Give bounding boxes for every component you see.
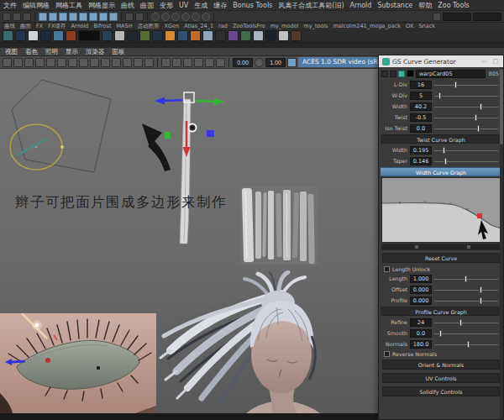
- shelf-tab-ok[interactable]: OK: [406, 23, 413, 29]
- snap-to-point-icon[interactable]: [59, 13, 67, 21]
- snap-to-view-plane-icon[interactable]: [79, 13, 87, 21]
- visibility-button[interactable]: [390, 71, 396, 77]
- 2d-pan-zoom-icon[interactable]: [57, 58, 66, 67]
- shelf-icon[interactable]: [66, 30, 76, 41]
- length-slider[interactable]: [434, 275, 500, 283]
- safe-action-icon[interactable]: [134, 58, 143, 67]
- panel-menu-view[interactable]: 视图: [5, 48, 18, 56]
- isotwist-value[interactable]: 0.0: [410, 124, 432, 133]
- refine-slider[interactable]: [434, 318, 500, 327]
- shaded-icon[interactable]: [172, 58, 181, 67]
- render-icon[interactable]: [151, 13, 160, 21]
- ldiv-value[interactable]: 16: [410, 81, 432, 89]
- menu-plugin-toolbox[interactable]: 风离子合成工具箱(旧): [278, 1, 344, 10]
- twist-value[interactable]: -0.5: [410, 113, 432, 122]
- shelf-tab-rad[interactable]: rad: [218, 23, 228, 29]
- grease-pencil-icon[interactable]: [68, 58, 77, 67]
- field-chart-icon[interactable]: [123, 58, 132, 67]
- shelf-tab-my-model[interactable]: my_model: [270, 23, 299, 29]
- resolution-gate-icon[interactable]: [101, 58, 110, 67]
- shelf-icon[interactable]: [202, 30, 213, 41]
- panel-menu-panels[interactable]: 面板: [113, 48, 125, 56]
- snap-to-projected-center-icon[interactable]: [69, 13, 77, 21]
- gs-window-titlebar[interactable]: GS Curve Generator — □: [379, 55, 503, 67]
- select-camera-icon[interactable]: [3, 58, 12, 67]
- safe-title-icon[interactable]: [144, 58, 154, 67]
- ipr-render-icon[interactable]: [161, 13, 170, 21]
- uv-controls-button[interactable]: UV Controls: [382, 373, 500, 383]
- construction-history-icon[interactable]: [135, 13, 144, 21]
- width2-slider[interactable]: [434, 146, 500, 155]
- make-live-icon[interactable]: [89, 13, 97, 21]
- shelf-tab-fx[interactable]: FX: [36, 23, 43, 29]
- width-curve-graph[interactable]: [381, 177, 501, 243]
- solidify-controls-button[interactable]: Solidify Controls: [382, 386, 500, 396]
- menu-bonus-tools[interactable]: Bonus Tools: [233, 2, 272, 9]
- offset-value[interactable]: 0.000: [410, 286, 432, 294]
- twist-slider[interactable]: [434, 113, 500, 122]
- paint-effects-icon[interactable]: [202, 13, 210, 21]
- smooth-slider[interactable]: [434, 329, 500, 338]
- menu-uv[interactable]: UV: [179, 2, 188, 9]
- shelf-icon[interactable]: [215, 30, 226, 41]
- grid-toggle-icon[interactable]: [433, 13, 441, 21]
- textured-icon[interactable]: [183, 58, 192, 67]
- panel-menu-shading[interactable]: 着色: [25, 48, 38, 56]
- select-by-hierarchy-icon[interactable]: [3, 13, 11, 21]
- offset-slider[interactable]: [434, 286, 500, 294]
- lock-camera-icon[interactable]: [13, 58, 23, 67]
- isotwist-slider[interactable]: [434, 124, 500, 133]
- shelf-tab-mash[interactable]: MASH: [116, 23, 132, 29]
- shelf-icon[interactable]: [265, 30, 276, 41]
- normals-value[interactable]: 180.0: [410, 340, 432, 349]
- shelf-icon[interactable]: [53, 30, 64, 41]
- gamma-icon[interactable]: [255, 58, 264, 67]
- refine-value[interactable]: 24: [410, 318, 432, 327]
- orient-normals-button[interactable]: Orient & Normals: [382, 360, 500, 370]
- menu-mesh-tools[interactable]: 网格工具: [55, 1, 82, 10]
- menu-zoo-tools[interactable]: Zoo Tools: [438, 2, 470, 9]
- color-management-icon[interactable]: [287, 58, 297, 67]
- shelf-icon[interactable]: [291, 30, 302, 41]
- width2-value[interactable]: 0.195: [410, 146, 432, 155]
- shelf-icon[interactable]: [139, 30, 150, 41]
- shelf-icon[interactable]: [152, 30, 163, 41]
- bookmark-icon[interactable]: [35, 58, 45, 67]
- twist-curve-graph-header[interactable]: Twist Curve Graph: [381, 134, 501, 144]
- menu-mesh-display[interactable]: 网格显示: [88, 1, 115, 10]
- width-slider[interactable]: [434, 102, 500, 111]
- shelf-tab-arnold[interactable]: Arnold: [71, 23, 88, 29]
- shelf-tab-my-tools[interactable]: my_tools: [303, 23, 328, 29]
- shelf-icon[interactable]: [278, 30, 289, 41]
- menu-help[interactable]: 帮助: [418, 1, 432, 10]
- select-by-component-icon[interactable]: [23, 13, 31, 21]
- width-value[interactable]: 40.2: [410, 102, 432, 111]
- menu-arnold[interactable]: Arnold: [350, 2, 372, 9]
- render-settings-icon[interactable]: [171, 13, 180, 21]
- shelf-icon[interactable]: [190, 30, 201, 41]
- panel-menu-show[interactable]: 显示: [66, 48, 78, 56]
- normals-slider[interactable]: [434, 340, 500, 349]
- profile-value[interactable]: 0.000: [410, 297, 432, 305]
- quick-selection-field[interactable]: [443, 13, 471, 21]
- length-value[interactable]: 1.000: [410, 275, 432, 283]
- shelf-tab-malcolm[interactable]: malcolm241_mega_pack: [333, 23, 401, 29]
- grid-icon[interactable]: [79, 58, 88, 67]
- film-gate-icon[interactable]: [90, 58, 99, 67]
- panel-scrollbar[interactable]: [500, 67, 503, 419]
- lock-icon[interactable]: [125, 13, 134, 21]
- shelf-icon[interactable]: [177, 30, 188, 41]
- gate-mask-icon[interactable]: [112, 58, 121, 67]
- select-by-object-icon[interactable]: [13, 13, 21, 21]
- shelf-icon[interactable]: [78, 30, 100, 41]
- exposure-field[interactable]: [233, 58, 253, 67]
- card-color-swatch[interactable]: [407, 70, 414, 77]
- graph-range-bar[interactable]: [381, 244, 501, 250]
- minimize-button[interactable]: —: [479, 58, 488, 65]
- shelf-tab-bifrost[interactable]: Bifrost: [93, 23, 111, 29]
- shelf-tab-xgen[interactable]: XGen: [165, 23, 180, 29]
- profile-slider[interactable]: [434, 297, 500, 305]
- soft-select-icon[interactable]: [109, 13, 118, 21]
- panel-menu-renderer[interactable]: 渲染器: [86, 48, 105, 56]
- gamma-field[interactable]: [265, 58, 286, 67]
